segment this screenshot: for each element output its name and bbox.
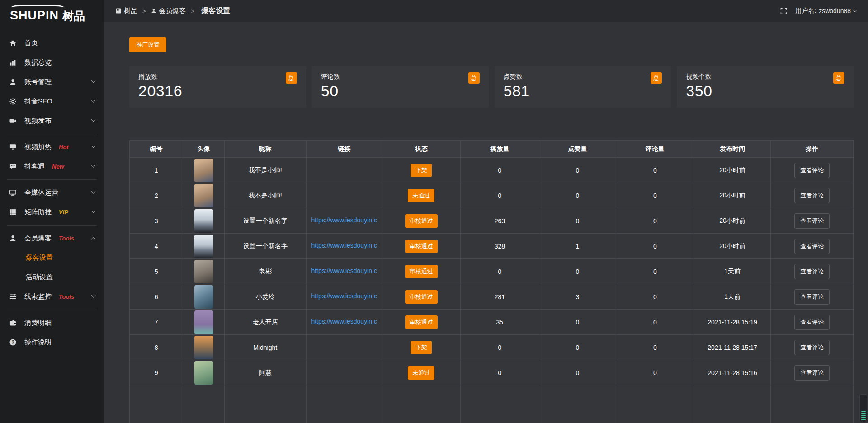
view-comments-button[interactable]: 查看评论	[794, 365, 830, 381]
user-menu[interactable]: 用户名: zswodun88	[795, 7, 856, 15]
sidebar-item-video-heat[interactable]: 视频加热 Hot	[0, 137, 104, 157]
cell-id: 6	[130, 284, 183, 310]
sidebar-item-member-baoke[interactable]: 会员爆客 Tools	[0, 229, 104, 248]
sidebar-item-home[interactable]: 首页	[0, 33, 104, 53]
sidebar-subitem-activity-settings[interactable]: 活动设置	[0, 268, 104, 287]
video-link[interactable]: https://www.iesdouyin.c	[311, 318, 377, 325]
cell-comments: 0	[616, 335, 694, 360]
videos-table: 编号 头像 昵称 链接 状态 播放量 点赞量 评论量 发布时间 操作 1 我不是…	[129, 140, 854, 423]
col-comments: 评论量	[616, 141, 694, 158]
cell-comments: 0	[616, 208, 694, 234]
video-link[interactable]: https://www.iesdouyin.c	[311, 267, 377, 274]
cell-publish-time: 2021-11-28 15:19	[694, 310, 771, 335]
cell-comments: 0	[616, 284, 694, 310]
tools-tag: Tools	[59, 235, 74, 242]
breadcrumb-section[interactable]: 会员爆客	[151, 7, 186, 15]
video-link[interactable]: https://www.iesdouyin.c	[311, 292, 377, 300]
table-partial-row-container	[130, 385, 854, 423]
sidebar-item-douyin-seo[interactable]: 抖音SEO	[0, 92, 104, 111]
breadcrumb-home[interactable]: 树品	[116, 7, 137, 15]
promo-settings-button[interactable]: 推广设置	[129, 37, 166, 52]
sidebar-item-lead-monitor[interactable]: 线索监控 Tools	[0, 287, 104, 306]
cell-id: 3	[130, 208, 183, 234]
table-row: 7 老人开店 https://www.iesdouyin.c 审核通过 35 0…	[130, 310, 854, 335]
sidebar-item-label: 操作说明	[24, 338, 52, 347]
table-row: 6 小爱玲 https://www.iesdouyin.c 审核通过 281 3…	[130, 284, 854, 310]
sidebar-item-instructions[interactable]: ? 操作说明	[0, 333, 104, 352]
video-link[interactable]: https://www.iesdouyin.c	[311, 216, 377, 224]
cell-actions: 查看评论	[771, 284, 854, 310]
table-row: 2 我不是小帅! 未通过 0 0 0 20小时前 查看评论	[130, 183, 854, 208]
view-comments-button[interactable]: 查看评论	[794, 340, 830, 355]
user-icon	[9, 235, 17, 242]
cell-id: 1	[130, 158, 183, 183]
cell-plays: 0	[460, 158, 539, 183]
col-status: 状态	[382, 141, 460, 158]
stat-cards: 播放数 20316 总 评论数 50 总 点赞数 581 总 视频个数 350 …	[129, 66, 854, 108]
stat-value: 581	[504, 82, 662, 100]
sidebar: SHUPIN 树品 首页 数据总览 账号管理	[0, 0, 104, 423]
cell-likes: 0	[539, 310, 616, 335]
sidebar-item-douketong[interactable]: 抖客通 New	[0, 157, 104, 176]
sidebar-divider	[7, 134, 97, 134]
cell-plays: 0	[460, 360, 539, 385]
sidebar-item-label: 矩阵助推	[24, 208, 52, 216]
chevron-down-icon	[91, 98, 96, 103]
sidebar-item-spending-details[interactable]: 消费明细	[0, 313, 104, 333]
table-header-row: 编号 头像 昵称 链接 状态 播放量 点赞量 评论量 发布时间 操作	[130, 141, 854, 158]
table-row-partial	[130, 385, 854, 423]
col-id: 编号	[130, 141, 183, 158]
cell-link	[306, 360, 382, 385]
sidebar-item-label: 会员爆客	[24, 234, 52, 243]
sidebar-item-account-management[interactable]: 账号管理	[0, 72, 104, 92]
cell-avatar	[183, 208, 224, 234]
sidebar-item-all-media[interactable]: 全媒体运营	[0, 183, 104, 202]
breadcrumb-separator: >	[191, 8, 195, 14]
view-comments-button[interactable]: 查看评论	[794, 163, 830, 178]
video-link[interactable]: https://www.iesdouyin.c	[311, 242, 377, 249]
avatar	[194, 285, 213, 309]
cell-plays: 0	[460, 335, 539, 360]
cell-comments: 0	[616, 360, 694, 385]
green-bar	[861, 411, 866, 413]
cell-status: 下架	[382, 158, 460, 183]
new-tag: New	[52, 163, 64, 170]
sidebar-item-video-publish[interactable]: 视频发布	[0, 111, 104, 131]
cell-status: 审核通过	[382, 284, 460, 310]
green-bar	[861, 413, 866, 414]
cell-nickname: Midnight	[224, 335, 306, 360]
svg-text:?: ?	[11, 340, 14, 345]
username-value: zswodun88	[819, 7, 851, 14]
sidebar-subitem-baoke-settings[interactable]: 爆客设置	[0, 248, 104, 268]
sidebar-menu: 首页 数据总览 账号管理 抖音SEO 视频发布	[0, 24, 104, 352]
view-comments-button[interactable]: 查看评论	[794, 289, 830, 305]
cell-plays: 263	[460, 208, 539, 234]
green-bar	[861, 415, 866, 417]
view-comments-button[interactable]: 查看评论	[794, 188, 830, 203]
sidebar-divider	[7, 179, 97, 180]
logo[interactable]: SHUPIN 树品	[0, 0, 104, 24]
status-badge: 未通过	[408, 366, 434, 380]
cell-status: 下架	[382, 335, 460, 360]
page-title: 爆客设置	[201, 6, 230, 16]
cell-link: https://www.iesdouyin.c	[306, 310, 382, 335]
col-likes: 点赞量	[539, 141, 616, 158]
fullscreen-icon[interactable]	[780, 8, 787, 14]
stat-value: 50	[321, 82, 480, 100]
avatar	[194, 260, 213, 283]
sidebar-item-matrix-boost[interactable]: 矩阵助推 VIP	[0, 202, 104, 222]
cell-link: https://www.iesdouyin.c	[306, 259, 382, 284]
cell-avatar	[183, 158, 224, 183]
view-comments-button[interactable]: 查看评论	[794, 213, 830, 229]
status-badge: 下架	[411, 164, 432, 177]
wallet-icon	[9, 319, 17, 327]
cell-publish-time: 2021-11-28 15:17	[694, 335, 771, 360]
cell-avatar	[183, 284, 224, 310]
view-comments-button[interactable]: 查看评论	[794, 315, 830, 330]
floating-widget[interactable]	[859, 394, 867, 422]
sidebar-item-data-overview[interactable]: 数据总览	[0, 53, 104, 72]
sidebar-item-label: 抖客通	[24, 162, 45, 171]
view-comments-button[interactable]: 查看评论	[794, 239, 830, 254]
view-comments-button[interactable]: 查看评论	[794, 264, 830, 279]
stat-label: 点赞数	[504, 73, 662, 81]
